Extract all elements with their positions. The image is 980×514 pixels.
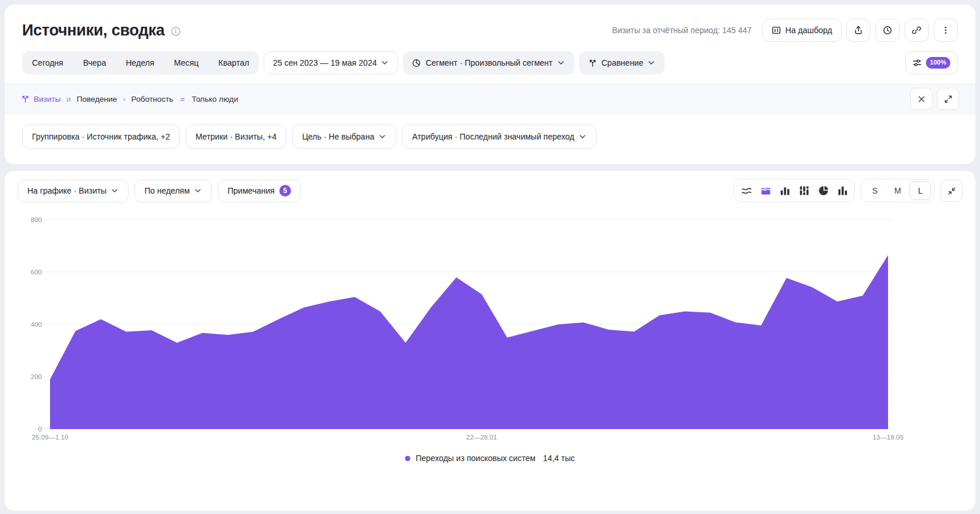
report-settings-chips: Группировка · Источник трафика, +2 Метри…: [5, 114, 975, 149]
filter-metric-link[interactable]: Визиты: [21, 95, 61, 103]
granularity-button[interactable]: По неделям: [134, 180, 212, 202]
filter-path-robotness[interactable]: Роботность: [132, 95, 173, 103]
chart-toolbar: На графике · Визиты По неделям Примечани…: [17, 179, 963, 202]
goal-chip[interactable]: Цель · Не выбрана: [292, 124, 396, 149]
column-chart-icon: [837, 185, 848, 196]
sampling-badge: 100%: [926, 57, 950, 68]
size-s-button[interactable]: S: [864, 181, 886, 200]
history-button[interactable]: [875, 19, 900, 42]
segment-label: Сегмент · Произвольный сегмент: [425, 58, 552, 67]
chart-metric-button[interactable]: На графике · Визиты: [17, 180, 129, 202]
chart-type-columns-button[interactable]: [833, 181, 851, 200]
date-range-button[interactable]: 25 сен 2023 — 19 мая 2024: [264, 51, 398, 74]
legend-value: 14,4 тыс: [543, 454, 575, 463]
summary-card: Источники, сводка Визиты за отчётный пер…: [5, 5, 975, 164]
pie-chart-icon: [818, 185, 829, 196]
close-icon: [917, 95, 926, 103]
chevron-down-icon: [578, 133, 587, 141]
chevron-down-icon: [557, 59, 565, 67]
preset-today-button[interactable]: Сегодня: [22, 51, 73, 74]
stacked-bar-chart-icon: [799, 185, 809, 196]
chevron-down-icon: [378, 133, 386, 141]
chart-plot[interactable]: 0200400600800: [50, 220, 888, 429]
dashboard-icon: [772, 26, 781, 35]
grouping-label: Группировка · Источник трафика, +2: [32, 132, 170, 141]
filter-path-separator: ›: [123, 95, 126, 103]
chevron-down-icon: [111, 187, 119, 195]
x-tick-label: 13—19.05: [872, 434, 903, 441]
chevron-down-icon: [381, 59, 389, 67]
notes-count-badge: 5: [279, 185, 291, 197]
preset-yesterday-button[interactable]: Вчера: [73, 51, 116, 74]
goal-label: Цель · Не выбрана: [302, 132, 374, 141]
remove-filter-button[interactable]: [910, 88, 932, 110]
chart-type-lines-button[interactable]: [737, 181, 755, 200]
filter-conjunction: и: [66, 95, 71, 103]
page-title: Источники, сводка: [22, 22, 165, 40]
segment-filter-bar: Визиты и Поведение › Роботность = Только…: [5, 84, 975, 114]
sliders-icon: [912, 58, 922, 67]
granularity-label: По неделям: [144, 186, 190, 195]
bar-chart-icon: [780, 185, 790, 196]
chart-type-bars-button[interactable]: [776, 181, 794, 200]
y-tick-label: 200: [17, 373, 42, 380]
attribution-label: Атрибуция · Последний значимый переход: [412, 132, 574, 141]
more-menu-button[interactable]: [933, 19, 958, 42]
preset-month-button[interactable]: Месяц: [164, 51, 208, 74]
attribution-chip[interactable]: Атрибуция · Последний значимый переход: [402, 124, 596, 149]
period-presets: Сегодня Вчера Неделя Месяц Квартал: [22, 51, 259, 74]
report-period-visits: Визиты за отчётный период: 145 447: [612, 26, 752, 35]
chart-size-group: S M L: [861, 179, 935, 202]
preset-quarter-button[interactable]: Квартал: [208, 51, 259, 74]
chart-metric-label: На графике · Визиты: [27, 186, 106, 195]
chart-type-area-button[interactable]: [757, 181, 775, 200]
collapse-chart-button[interactable]: [940, 180, 963, 202]
chart-type-pie-button[interactable]: [814, 181, 832, 200]
link-icon: [912, 26, 921, 35]
x-axis: 25.09—1.1022—28.0113—19.05: [50, 429, 888, 443]
info-icon[interactable]: [171, 26, 181, 37]
preset-week-button[interactable]: Неделя: [116, 51, 164, 74]
chart-legend[interactable]: Переходы из поисковых систем 14,4 тыс: [17, 454, 963, 463]
legend-dot: [405, 456, 410, 461]
metrics-label: Метрики · Визиты, +4: [196, 132, 276, 141]
to-dashboard-button[interactable]: На дашборд: [762, 19, 841, 42]
y-tick-label: 800: [17, 216, 42, 223]
sampling-button[interactable]: 100%: [905, 51, 958, 74]
chevron-down-icon: [647, 59, 655, 67]
x-tick-label: 25.09—1.10: [32, 434, 69, 441]
chevron-down-icon: [194, 187, 202, 195]
size-m-button[interactable]: M: [887, 181, 908, 200]
chart-type-stacked-button[interactable]: [795, 181, 813, 200]
filter-metric-label: Визиты: [34, 95, 61, 103]
y-tick-label: 600: [17, 269, 42, 276]
size-l-button[interactable]: L: [910, 181, 931, 200]
compare-icon: [21, 95, 30, 103]
copy-link-button[interactable]: [904, 19, 929, 42]
legend-label: Переходы из поисковых систем: [416, 454, 535, 463]
filter-value[interactable]: Только люди: [191, 95, 238, 103]
compare-button[interactable]: Сравнение: [579, 51, 665, 74]
y-tick-label: 0: [17, 426, 42, 433]
filter-path-behavior[interactable]: Поведение: [77, 95, 117, 103]
area-chart-icon: [761, 185, 771, 196]
segment-icon: [412, 59, 421, 67]
x-tick-label: 22—28.01: [466, 434, 497, 441]
to-dashboard-label: На дашборд: [786, 26, 832, 35]
kebab-icon: [941, 26, 950, 35]
grouping-chip[interactable]: Группировка · Источник трафика, +2: [22, 124, 180, 149]
area-chart-svg: [50, 220, 888, 429]
export-button[interactable]: [846, 19, 871, 42]
date-range-label: 25 сен 2023 — 19 мая 2024: [273, 58, 377, 67]
chart-type-group: [734, 179, 855, 202]
compare-label: Сравнение: [602, 58, 644, 67]
notes-button[interactable]: Примечания 5: [218, 180, 301, 202]
segment-button[interactable]: Сегмент · Произвольный сегмент: [403, 51, 574, 74]
expand-filter-button[interactable]: [937, 88, 959, 110]
compare-icon: [588, 59, 597, 67]
expand-icon: [944, 95, 953, 103]
metrics-chip[interactable]: Метрики · Визиты, +4: [186, 124, 286, 149]
area-series: [50, 255, 888, 429]
export-icon: [854, 26, 863, 35]
chart-card: На графике · Визиты По неделям Примечани…: [5, 171, 975, 511]
